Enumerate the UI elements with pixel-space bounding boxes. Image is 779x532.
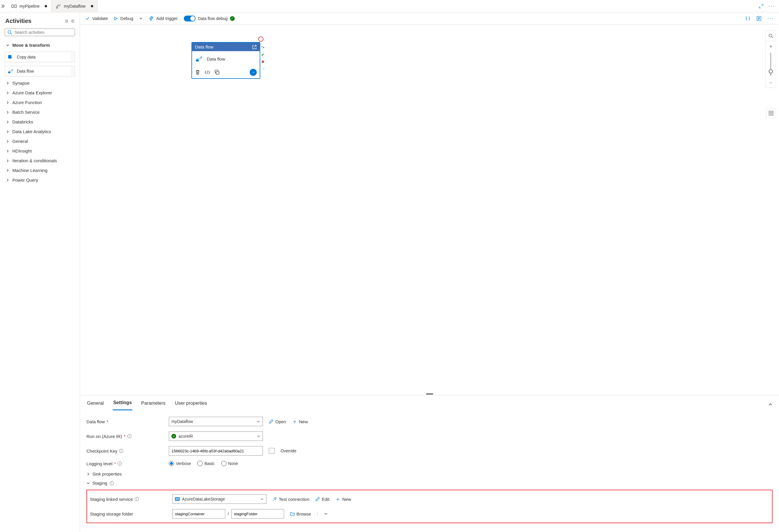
- plug-icon: [272, 497, 277, 502]
- zoom-out-button[interactable]: －: [766, 78, 776, 87]
- tab-general[interactable]: General: [86, 399, 104, 410]
- staging-container-input[interactable]: [172, 509, 225, 519]
- tab-label: myPipeline: [19, 4, 40, 8]
- chevron-right-icon: [5, 140, 10, 143]
- category-general[interactable]: General: [3, 136, 77, 146]
- properties-panel: General Settings Parameters User propert…: [80, 395, 779, 532]
- sink-properties-section[interactable]: Sink properties: [86, 471, 773, 476]
- add-trigger-button[interactable]: Add trigger: [148, 16, 178, 21]
- data-flow-icon: [7, 68, 14, 74]
- redo-icon[interactable]: ↷: [261, 45, 265, 50]
- data-flow-debug-toggle[interactable]: Data flow debug ✓: [184, 15, 235, 21]
- category-power-query[interactable]: Power Query: [3, 175, 77, 185]
- panel-resizer[interactable]: [80, 393, 779, 395]
- code-icon[interactable]: [204, 70, 210, 75]
- edit-button[interactable]: Edit: [315, 497, 329, 502]
- browse-button[interactable]: Browse: [290, 512, 311, 517]
- zoom-fit-button[interactable]: [766, 108, 776, 118]
- category-databricks[interactable]: Databricks: [3, 117, 77, 127]
- node-anchor-icon[interactable]: [258, 37, 263, 42]
- tab-dataflow[interactable]: myDataflow: [52, 0, 97, 12]
- validate-button[interactable]: Validate: [85, 16, 108, 21]
- open-button[interactable]: Open: [269, 419, 286, 424]
- storage-icon: [175, 497, 180, 501]
- chevrons-icon[interactable]: [64, 19, 68, 23]
- fail-icon[interactable]: ✖: [261, 59, 265, 64]
- dataflow-activity-node[interactable]: Data flow Data flow →: [192, 42, 260, 78]
- open-external-icon[interactable]: [252, 45, 257, 49]
- tab-label: myDataflow: [64, 4, 85, 8]
- info-icon[interactable]: i: [118, 461, 122, 466]
- maximize-icon[interactable]: [758, 3, 764, 9]
- svg-point-2: [56, 7, 58, 8]
- test-connection-button[interactable]: Test connection: [272, 497, 309, 502]
- info-icon[interactable]: i: [127, 434, 131, 438]
- category-synapse[interactable]: Synapse: [3, 78, 77, 88]
- chevron-right-icon: [5, 179, 10, 182]
- staging-folder-input[interactable]: [231, 509, 284, 519]
- required-icon: *: [107, 419, 109, 424]
- checkpoint-input[interactable]: [169, 446, 263, 456]
- tab-parameters[interactable]: Parameters: [140, 399, 166, 410]
- debug-dropdown[interactable]: [139, 17, 142, 20]
- play-icon: [114, 16, 118, 20]
- category-iteration[interactable]: Iteration & conditionals: [3, 156, 77, 165]
- expand-left-icon[interactable]: [0, 0, 7, 12]
- panel-collapse-button[interactable]: [768, 402, 773, 406]
- tab-user-properties[interactable]: User properties: [174, 399, 207, 410]
- data-flow-select[interactable]: myDataflow: [169, 417, 263, 426]
- clone-icon[interactable]: [215, 70, 220, 75]
- info-icon[interactable]: i: [135, 497, 139, 501]
- category-move-transform[interactable]: Move & transform: [3, 40, 77, 50]
- svg-rect-7: [196, 59, 199, 61]
- override-checkbox[interactable]: [269, 448, 275, 454]
- activity-copy-data[interactable]: Copy data: [5, 52, 75, 62]
- chevron-down-icon: [139, 17, 142, 20]
- staging-section[interactable]: Staging i: [86, 480, 773, 485]
- chevron-right-icon: [5, 91, 10, 95]
- chevron-down-icon: [5, 44, 10, 47]
- toolbar-more-button[interactable]: ···: [768, 15, 774, 21]
- data-flow-icon: [195, 55, 203, 63]
- chevron-right-icon: [5, 111, 10, 114]
- success-icon[interactable]: ✔: [261, 52, 265, 57]
- pipeline-canvas[interactable]: ↷ ✔ ✖ → Data flow Data flow: [80, 25, 779, 393]
- category-data-lake-analytics[interactable]: Data Lake Analytics: [3, 127, 77, 136]
- drag-grip-icon: [71, 53, 73, 61]
- search-activities-input[interactable]: [5, 28, 75, 36]
- properties-button[interactable]: [756, 16, 762, 21]
- info-icon[interactable]: i: [119, 449, 123, 453]
- category-hdinsight[interactable]: HDInsight: [3, 146, 77, 156]
- search-zoom-icon[interactable]: [766, 31, 776, 41]
- chevron-right-icon: [5, 159, 10, 162]
- collapse-icon[interactable]: [70, 19, 74, 23]
- svg-rect-10: [769, 111, 773, 115]
- zoom-in-button[interactable]: ＋: [766, 41, 776, 51]
- skip-icon[interactable]: →: [261, 66, 265, 71]
- svg-rect-0: [12, 5, 14, 8]
- delete-icon[interactable]: [195, 70, 200, 75]
- code-view-button[interactable]: [745, 16, 751, 21]
- more-icon[interactable]: ···: [768, 3, 775, 9]
- logging-basic-radio[interactable]: Basic: [197, 461, 215, 466]
- info-icon[interactable]: i: [110, 481, 114, 485]
- browse-dropdown[interactable]: [324, 512, 327, 516]
- activity-data-flow[interactable]: Data flow: [5, 66, 75, 76]
- chevron-right-icon: [86, 472, 90, 476]
- drag-grip-icon: [71, 67, 73, 75]
- new-button[interactable]: ＋ New: [292, 418, 308, 425]
- staging-linked-service-select[interactable]: AzureDataLakeStorage: [172, 494, 266, 504]
- category-batch-service[interactable]: Batch Service: [3, 107, 77, 117]
- category-azure-function[interactable]: Azure Function: [3, 97, 77, 107]
- category-azure-data-explorer[interactable]: Azure Data Explorer: [3, 88, 77, 97]
- tab-settings[interactable]: Settings: [113, 398, 132, 410]
- debug-button[interactable]: Debug: [114, 16, 133, 21]
- new-linked-service-button[interactable]: ＋ New: [335, 495, 351, 503]
- logging-verbose-radio[interactable]: Verbose: [169, 461, 191, 466]
- zoom-slider[interactable]: [766, 51, 776, 78]
- category-machine-learning[interactable]: Machine Learning: [3, 165, 77, 175]
- run-node-button[interactable]: →: [250, 69, 257, 76]
- logging-none-radio[interactable]: None: [221, 461, 238, 466]
- run-on-select[interactable]: ✓ azureIR: [169, 431, 263, 441]
- tab-pipeline[interactable]: myPipeline: [7, 0, 52, 12]
